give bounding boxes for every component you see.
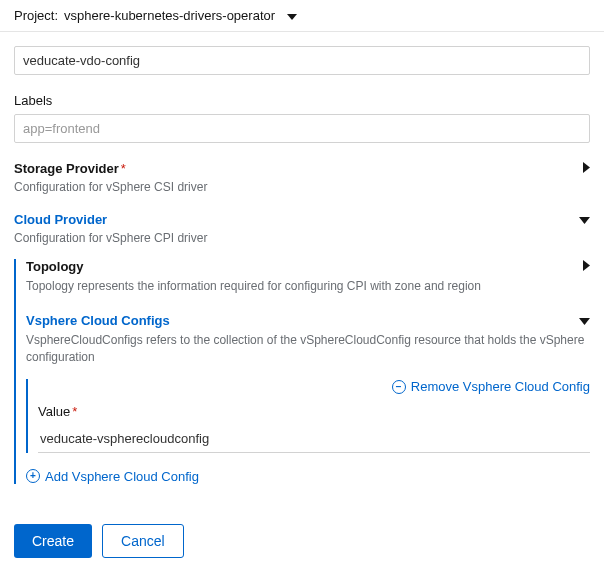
name-input[interactable]: [14, 46, 590, 75]
storage-provider-desc: Configuration for vSphere CSI driver: [14, 180, 590, 194]
create-button[interactable]: Create: [14, 524, 92, 558]
cloud-config-item: − Remove Vsphere Cloud Config Value*: [26, 379, 590, 453]
project-label: Project:: [14, 8, 58, 23]
add-cloud-config-button[interactable]: + Add Vsphere Cloud Config: [26, 469, 199, 484]
form-body: Labels Storage Provider* Configuration f…: [0, 32, 604, 498]
chevron-down-icon: [579, 212, 590, 227]
chevron-right-icon: [583, 161, 590, 176]
remove-row: − Remove Vsphere Cloud Config: [38, 379, 590, 394]
cloud-config-value-input[interactable]: [38, 425, 590, 453]
value-label: Value*: [38, 404, 590, 419]
vsphere-cloud-configs-title: Vsphere Cloud Configs: [26, 313, 170, 328]
caret-down-icon: [287, 8, 297, 23]
required-marker: *: [121, 161, 126, 176]
footer: Create Cancel: [0, 510, 604, 572]
plus-circle-icon: +: [26, 469, 40, 483]
value-field-group: Value*: [38, 404, 590, 453]
storage-provider-title: Storage Provider: [14, 161, 119, 176]
cancel-button[interactable]: Cancel: [102, 524, 184, 558]
name-field-group: [14, 46, 590, 75]
remove-cloud-config-button[interactable]: − Remove Vsphere Cloud Config: [392, 379, 590, 394]
cloud-provider-title: Cloud Provider: [14, 212, 107, 227]
topology-desc: Topology represents the information requ…: [26, 278, 590, 295]
chevron-right-icon: [583, 259, 590, 274]
add-row: + Add Vsphere Cloud Config: [26, 467, 590, 484]
vsphere-cloud-configs-desc: VsphereCloudConfigs refers to the collec…: [26, 332, 590, 366]
cloud-provider-desc: Configuration for vSphere CPI driver: [14, 231, 590, 245]
required-marker: *: [72, 404, 77, 419]
storage-provider-section: Storage Provider* Configuration for vSph…: [14, 161, 590, 194]
cloud-provider-toggle[interactable]: Cloud Provider: [14, 212, 590, 227]
labels-label: Labels: [14, 93, 590, 108]
project-name: vsphere-kubernetes-drivers-operator: [64, 8, 275, 23]
labels-input[interactable]: [14, 114, 590, 143]
topology-toggle[interactable]: Topology: [26, 259, 590, 274]
cloud-provider-panel: Topology Topology represents the informa…: [14, 259, 590, 484]
vsphere-cloud-configs-block: Vsphere Cloud Configs VsphereCloudConfig…: [26, 313, 590, 484]
chevron-down-icon: [579, 313, 590, 328]
project-selector[interactable]: Project: vsphere-kubernetes-drivers-oper…: [0, 0, 604, 32]
minus-circle-icon: −: [392, 380, 406, 394]
labels-field-group: Labels: [14, 93, 590, 143]
cloud-provider-section: Cloud Provider Configuration for vSphere…: [14, 212, 590, 484]
topology-title: Topology: [26, 259, 84, 274]
vsphere-cloud-configs-toggle[interactable]: Vsphere Cloud Configs: [26, 313, 590, 328]
storage-provider-toggle[interactable]: Storage Provider*: [14, 161, 590, 176]
remove-cloud-config-label: Remove Vsphere Cloud Config: [411, 379, 590, 394]
add-cloud-config-label: Add Vsphere Cloud Config: [45, 469, 199, 484]
